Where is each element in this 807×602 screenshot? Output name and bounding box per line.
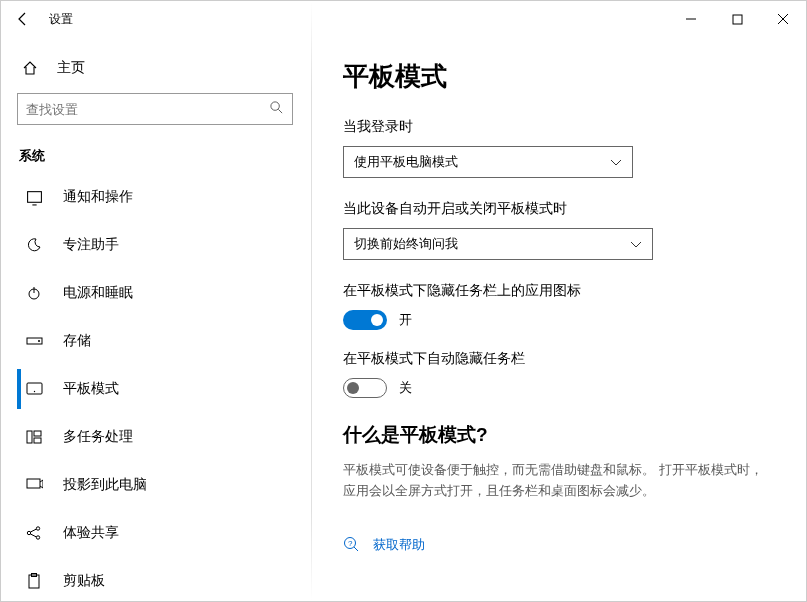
svg-rect-11	[27, 431, 32, 443]
tablet-icon	[25, 382, 43, 396]
signin-value: 使用平板电脑模式	[354, 153, 458, 171]
maximize-button[interactable]	[714, 1, 760, 37]
svg-text:?: ?	[348, 539, 353, 548]
moon-icon	[25, 237, 43, 253]
project-icon	[25, 478, 43, 492]
hide-taskbar-label: 在平板模式下自动隐藏任务栏	[343, 350, 778, 368]
svg-rect-4	[27, 191, 41, 202]
sidebar-item-label: 通知和操作	[63, 188, 133, 206]
get-help-link[interactable]: ? 获取帮助	[343, 536, 778, 555]
minimize-button[interactable]	[668, 1, 714, 37]
home-label: 主页	[57, 59, 85, 77]
notifications-icon	[25, 189, 43, 206]
share-icon	[25, 525, 43, 541]
sidebar-item-share[interactable]: 体验共享	[17, 513, 311, 553]
what-title: 什么是平板模式?	[343, 422, 778, 448]
signin-label: 当我登录时	[343, 118, 778, 136]
sidebar-item-multitask[interactable]: 多任务处理	[17, 417, 311, 457]
home-icon	[21, 60, 39, 76]
chevron-down-icon	[610, 155, 622, 170]
sidebar-item-label: 剪贴板	[63, 572, 105, 590]
svg-line-3	[278, 109, 282, 113]
sidebar-item-storage[interactable]: 存储	[17, 321, 311, 361]
sidebar-item-label: 平板模式	[63, 380, 119, 398]
sidebar-item-label: 电源和睡眠	[63, 284, 133, 302]
sidebar-item-label: 投影到此电脑	[63, 476, 147, 494]
help-icon: ?	[343, 536, 359, 555]
storage-icon	[25, 335, 43, 347]
auto-value: 切换前始终询问我	[354, 235, 458, 253]
svg-rect-14	[27, 479, 40, 488]
svg-rect-12	[34, 431, 41, 436]
multitask-icon	[25, 430, 43, 444]
help-label: 获取帮助	[373, 536, 425, 554]
svg-point-17	[36, 536, 39, 539]
window-title: 设置	[45, 11, 73, 28]
auto-dropdown[interactable]: 切换前始终询问我	[343, 228, 653, 260]
page-title: 平板模式	[343, 59, 778, 94]
svg-point-15	[27, 531, 30, 534]
hide-taskbar-state: 关	[399, 379, 412, 397]
signin-dropdown[interactable]: 使用平板电脑模式	[343, 146, 633, 178]
svg-point-16	[36, 527, 39, 530]
sidebar-item-notifications[interactable]: 通知和操作	[17, 177, 311, 217]
hide-icons-label: 在平板模式下隐藏任务栏上的应用图标	[343, 282, 778, 300]
hide-taskbar-toggle[interactable]	[343, 378, 387, 398]
sidebar-item-label: 存储	[63, 332, 91, 350]
chevron-down-icon	[630, 237, 642, 252]
sidebar-item-clipboard[interactable]: 剪贴板	[17, 561, 311, 601]
sidebar-item-project[interactable]: 投影到此电脑	[17, 465, 311, 505]
sidebar-item-label: 体验共享	[63, 524, 119, 542]
close-button[interactable]	[760, 1, 806, 37]
svg-point-2	[271, 102, 279, 110]
hide-icons-toggle[interactable]	[343, 310, 387, 330]
back-button[interactable]	[1, 1, 45, 37]
sidebar-item-tablet[interactable]: 平板模式	[17, 369, 311, 409]
auto-label: 当此设备自动开启或关闭平板模式时	[343, 200, 778, 218]
svg-rect-9	[27, 383, 42, 394]
category-header: 系统	[17, 143, 311, 177]
svg-point-8	[38, 340, 40, 342]
power-icon	[25, 285, 43, 301]
what-desc: 平板模式可使设备便于触控，而无需借助键盘和鼠标。 打开平板模式时，应用会以全屏方…	[343, 460, 763, 502]
search-input[interactable]	[17, 93, 293, 125]
svg-rect-1	[733, 15, 742, 24]
hide-icons-state: 开	[399, 311, 412, 329]
sidebar-item-power[interactable]: 电源和睡眠	[17, 273, 311, 313]
search-field[interactable]	[26, 102, 269, 117]
home-link[interactable]: 主页	[17, 53, 311, 93]
svg-rect-13	[34, 438, 41, 443]
svg-point-10	[33, 391, 34, 392]
sidebar-item-label: 多任务处理	[63, 428, 133, 446]
sidebar-item-label: 专注助手	[63, 236, 119, 254]
sidebar-item-focus[interactable]: 专注助手	[17, 225, 311, 265]
clipboard-icon	[25, 573, 43, 589]
search-icon	[269, 100, 284, 118]
